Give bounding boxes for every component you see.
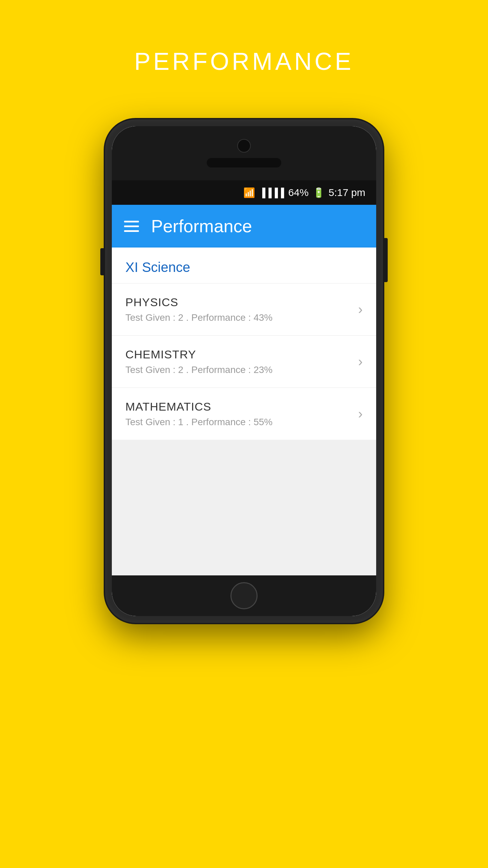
physics-content: PHYSICS Test Given : 2 . Performance : 4… [125,296,351,323]
mathematics-subtitle: Test Given : 1 . Performance : 55% [125,417,351,428]
mathematics-item[interactable]: MATHEMATICS Test Given : 1 . Performance… [112,388,376,440]
hamburger-line-1 [124,221,139,222]
phone-top-bezel [112,126,376,180]
physics-subtitle: Test Given : 2 . Performance : 43% [125,312,351,323]
mathematics-chevron-icon: › [358,406,363,421]
mathematics-content: MATHEMATICS Test Given : 1 . Performance… [125,400,351,428]
mathematics-title: MATHEMATICS [125,400,351,413]
chemistry-title: CHEMISTRY [125,348,351,361]
hamburger-line-3 [124,230,139,232]
battery-icon: 🔋 [313,187,325,198]
app-bar-title: Performance [151,216,252,236]
home-button[interactable] [230,582,258,609]
screen: 📶 ▐▐▐▐ 64% 🔋 5:17 pm [112,180,376,575]
empty-content-area [112,440,376,575]
status-bar: 📶 ▐▐▐▐ 64% 🔋 5:17 pm [112,180,376,205]
status-icons: 📶 ▐▐▐▐ 64% 🔋 5:17 pm [243,187,365,198]
section-title: XI Science [125,260,363,275]
hamburger-menu-button[interactable] [124,221,139,232]
physics-item[interactable]: PHYSICS Test Given : 2 . Performance : 4… [112,283,376,336]
wifi-icon: 📶 [243,187,255,198]
phone-outer: 📶 ▐▐▐▐ 64% 🔋 5:17 pm [105,119,383,623]
speaker [207,158,281,167]
page-title: PERFORMANCE [134,47,354,75]
chemistry-item[interactable]: CHEMISTRY Test Given : 2 . Performance :… [112,336,376,388]
hamburger-line-2 [124,225,139,227]
subject-card: XI Science PHYSICS Test Given : 2 . Perf… [112,248,376,440]
signal-icon: ▐▐▐▐ [259,188,284,198]
front-camera [237,139,251,153]
section-header: XI Science [112,248,376,283]
battery-percent: 64% [288,187,309,198]
chemistry-subtitle: Test Given : 2 . Performance : 23% [125,364,351,375]
physics-title: PHYSICS [125,296,351,309]
phone-mockup: 📶 ▐▐▐▐ 64% 🔋 5:17 pm [105,119,383,623]
phone-bottom-bezel [112,575,376,616]
chemistry-chevron-icon: › [358,354,363,369]
physics-chevron-icon: › [358,302,363,317]
chemistry-content: CHEMISTRY Test Given : 2 . Performance :… [125,348,351,375]
app-bar: Performance [112,205,376,248]
phone-inner: 📶 ▐▐▐▐ 64% 🔋 5:17 pm [112,126,376,616]
time-display: 5:17 pm [329,187,365,198]
